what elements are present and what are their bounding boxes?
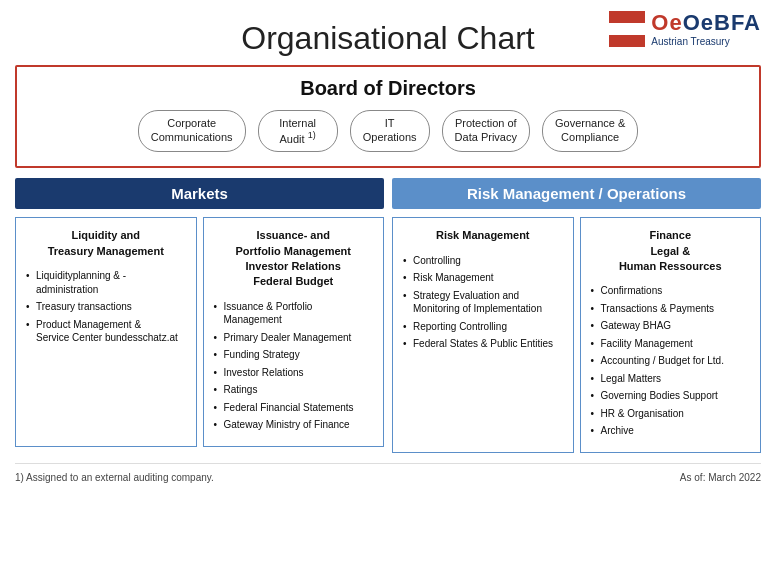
- logo-area: OeOeBFA Austrian Treasury: [609, 10, 761, 47]
- svg-rect-2: [609, 35, 645, 47]
- dept-finance-list: Confirmations Transactions & Payments Ga…: [591, 284, 751, 438]
- dept-risk-management: Risk Management Controlling Risk Managem…: [392, 217, 574, 453]
- footer: 1) Assigned to an external auditing comp…: [15, 463, 761, 483]
- logo-subtitle: Austrian Treasury: [651, 36, 729, 47]
- logo-flag-icon: [609, 11, 645, 47]
- board-item-it-operations: ITOperations: [350, 110, 430, 152]
- board-of-directors-box: Board of Directors CorporateCommunicatio…: [15, 65, 761, 168]
- list-item: Gateway BHAG: [591, 319, 751, 333]
- list-item: Accounting / Budget for Ltd.: [591, 354, 751, 368]
- risk-header: Risk Management / Operations: [392, 178, 761, 209]
- svg-rect-0: [609, 11, 645, 23]
- list-item: Funding Strategy: [214, 348, 374, 362]
- list-item: Archive: [591, 424, 751, 438]
- svg-rect-1: [609, 23, 645, 35]
- dept-liquidity-list: Liquidityplanning & -administration Trea…: [26, 269, 186, 345]
- list-item: Investor Relations: [214, 366, 374, 380]
- logo-brand: OeOeBFA: [651, 10, 761, 36]
- board-item-internal-audit: InternalAudit 1): [258, 110, 338, 152]
- dept-issuance: Issuance- andPortfolio ManagementInvesto…: [203, 217, 385, 447]
- list-item: Controlling: [403, 254, 563, 268]
- dept-finance-title: FinanceLegal &Human Ressources: [591, 228, 751, 274]
- board-items: CorporateCommunications InternalAudit 1)…: [32, 110, 744, 152]
- list-item: Federal States & Public Entities: [403, 337, 563, 351]
- list-item: Legal Matters: [591, 372, 751, 386]
- dept-risk-list: Controlling Risk Management Strategy Eva…: [403, 254, 563, 351]
- dept-finance-legal: FinanceLegal &Human Ressources Confirmat…: [580, 217, 762, 453]
- board-item-governance: Governance &Compliance: [542, 110, 638, 152]
- section-risk: Risk Management / Operations Risk Manage…: [392, 178, 761, 453]
- main-sections: Markets Liquidity andTreasury Management…: [15, 178, 761, 453]
- list-item: Reporting Controlling: [403, 320, 563, 334]
- logo-text: OeOeBFA Austrian Treasury: [651, 10, 761, 47]
- list-item: Facility Management: [591, 337, 751, 351]
- dept-liquidity: Liquidity andTreasury Management Liquidi…: [15, 217, 197, 447]
- markets-departments: Liquidity andTreasury Management Liquidi…: [15, 217, 384, 447]
- section-markets: Markets Liquidity andTreasury Management…: [15, 178, 384, 453]
- markets-header: Markets: [15, 178, 384, 209]
- board-title: Board of Directors: [32, 77, 744, 100]
- board-item-corporate-communications: CorporateCommunications: [138, 110, 246, 152]
- list-item: Liquidityplanning & -administration: [26, 269, 186, 296]
- list-item: Primary Dealer Management: [214, 331, 374, 345]
- list-item: Governing Bodies Support: [591, 389, 751, 403]
- footer-note: 1) Assigned to an external auditing comp…: [15, 472, 214, 483]
- risk-departments: Risk Management Controlling Risk Managem…: [392, 217, 761, 453]
- board-item-data-privacy: Protection ofData Privacy: [442, 110, 530, 152]
- list-item: Gateway Ministry of Finance: [214, 418, 374, 432]
- list-item: Federal Financial Statements: [214, 401, 374, 415]
- list-item: Issuance & Portfolio Management: [214, 300, 374, 327]
- dept-risk-title: Risk Management: [403, 228, 563, 243]
- list-item: Ratings: [214, 383, 374, 397]
- list-item: HR & Organisation: [591, 407, 751, 421]
- dept-issuance-title: Issuance- andPortfolio ManagementInvesto…: [214, 228, 374, 290]
- page-title: Organisational Chart: [241, 10, 534, 57]
- dept-liquidity-title: Liquidity andTreasury Management: [26, 228, 186, 259]
- list-item: Risk Management: [403, 271, 563, 285]
- dept-issuance-list: Issuance & Portfolio Management Primary …: [214, 300, 374, 432]
- list-item: Product Management &Service Center bunde…: [26, 318, 186, 345]
- list-item: Transactions & Payments: [591, 302, 751, 316]
- list-item: Treasury transactions: [26, 300, 186, 314]
- page-header: Organisational Chart OeOeBFA Austrian Tr…: [15, 10, 761, 57]
- footer-date: As of: March 2022: [680, 472, 761, 483]
- list-item: Confirmations: [591, 284, 751, 298]
- logo-brand-text: OeBFA: [683, 10, 761, 35]
- list-item: Strategy Evaluation andMonitoring of Imp…: [403, 289, 563, 316]
